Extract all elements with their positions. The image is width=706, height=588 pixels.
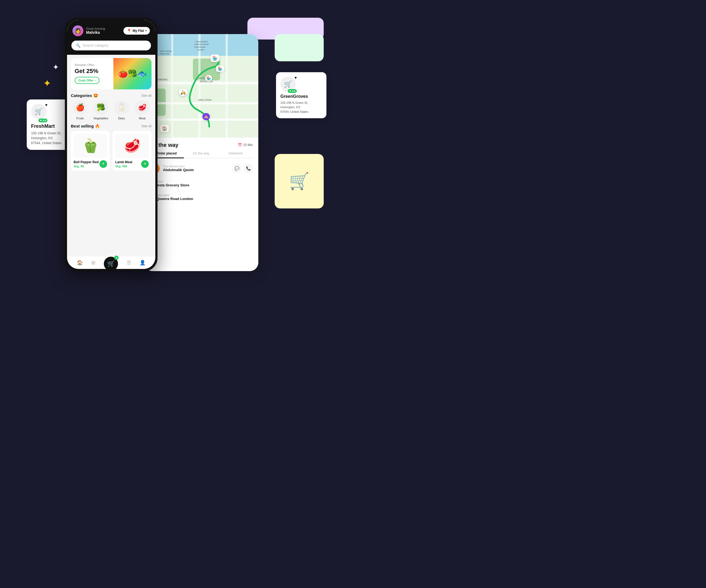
destination-name: Queens Road London [156,197,253,201]
yellow-basket-icon: 🛒 [289,171,310,191]
nav-grid[interactable]: ⊞ [91,260,95,266]
star-decoration-white: ✦ [52,63,59,72]
vegetables-icon: 🥦 [93,100,108,115]
diary-label: Diary [118,117,125,120]
user-avatar: 👩 [73,25,83,36]
fruits-icon: 🍎 [73,100,87,115]
call-button[interactable]: 📞 [244,164,253,173]
freshmart-heart-icon: ♥ [45,103,47,107]
progress-steps: Order placed On the way Delivered [149,152,253,158]
fruits-label: Fruits [76,117,84,120]
phone-content: Ramadan Offers Get 25% Grab Offer › 🍅🥦🐟 [67,55,155,257]
bell-pepper-image: 🫑 [74,133,107,158]
store-name: Insta Grocery Store [156,183,253,187]
delivery-hero-label: Your delivery hero [163,165,229,168]
search-container: 🔍 Search category [67,41,155,55]
grab-offer-button[interactable]: Grab Offer › [75,77,100,84]
greeting-text: Good morning [86,27,105,30]
nav-profile[interactable]: 👤 [140,260,146,266]
vegetables-label: Vegetables [93,117,108,120]
lamb-meat-add-button[interactable]: + [141,160,149,168]
cart-badge: 4 [114,256,119,260]
map-svg: PORT RICHMOND WEST NEW BRIGHTON WES HTON… [144,34,258,138]
nav-cart-button[interactable]: 🛒 4 [104,257,118,269]
tracking-bottom: On the way ⏰ 10 Min Order placed On the … [144,138,258,271]
location-pill[interactable]: 📍 My Flat ▾ [123,27,150,35]
best-selling-title: Best selling 🔥 [71,124,100,129]
greengroves-name: GreenGroves [280,94,322,99]
store-label: Store [156,180,253,183]
map-marker-store2: 🏪 [216,66,224,72]
location-chevron-icon: ▾ [145,29,147,32]
svg-text:Cultural Center: Cultural Center [194,43,209,45]
step-delivered[interactable]: Delivered [218,152,253,158]
promo-banner: Ramadan Offers Get 25% Grab Offer › 🍅🥦🐟 [71,58,152,89]
categories-title: Categories 🤩 [71,93,99,98]
step-on-the-way[interactable]: On the way [184,152,219,158]
green-panel [275,34,324,61]
greengroves-heart-icon: ♥ [295,76,297,80]
store-info: Store Insta Grocery Store [156,180,253,187]
svg-text:& Botanical: & Botanical [194,46,205,48]
categories-see-all[interactable]: See all [142,94,152,97]
location-label: My Flat [133,29,144,33]
svg-rect-6 [144,119,258,121]
best-selling-section: Best selling 🔥 See all 🫑 Bell Pepper Red… [71,124,152,170]
delivery-actions: 💬 📞 [232,164,253,173]
category-fruits[interactable]: 🍎 Fruits [71,100,89,120]
scene: ✦ ✦ 🛒 ♥ ★ 4.8 FreshMart 100-198 N Green … [27,18,326,277]
chat-button[interactable]: 💬 [232,164,241,173]
delivery-hero-row: 👨 Your delivery hero Abdulmalik Qasim 💬 … [149,162,253,175]
delivery-hero-info: Your delivery hero Abdulmalik Qasim [163,165,229,172]
nav-home[interactable]: 🏠 [77,260,83,266]
destination-info: Your place Queens Road London [156,194,253,201]
map-area: PORT RICHMOND WEST NEW BRIGHTON WES HTON… [144,34,258,138]
delivery-hero-name: Abdulmalik Qasim [163,168,229,172]
product-lamb-meat: 🥩 Lamb Meat 1kg, 45$ + [113,131,152,170]
yellow-panel: 🛒 [275,154,324,208]
tracking-panel: PORT RICHMOND WEST NEW BRIGHTON WES HTON… [144,34,258,271]
destination-label: Your place [156,194,253,197]
freshmart-rating: ★ 4.8 [38,119,47,122]
bottom-nav: 🏠 ⊞ 🛒 4 ☰ 👤 [67,257,155,269]
map-destination-marker: 🏘️ [202,113,210,120]
map-marker-store1: 🏪 [211,54,219,62]
search-bar[interactable]: 🔍 Search category [71,41,151,50]
clock-icon: ⏰ [238,143,242,147]
svg-rect-7 [171,34,173,138]
search-input[interactable]: Search category [83,43,109,47]
svg-text:Garden: Garden [197,48,204,51]
time-label: 10 Min [243,143,253,147]
star-decoration-gold: ✦ [43,78,51,89]
categories-section: Categories 🤩 See all 🍎 Fruits 🥦 Vegetabl… [71,93,152,120]
search-icon: 🔍 [76,43,80,48]
product-bell-pepper: 🫑 Bell Pepper Red 1kg, 4$ + [71,131,110,170]
category-meat[interactable]: 🥩 Meat [133,100,152,120]
svg-text:New York: New York [160,52,170,55]
nav-menu[interactable]: ☰ [127,260,131,266]
greengroves-address: 100-198 N Green St,Hoisington, KS67544, … [280,101,322,114]
destination-row: Your place Queens Road London [149,192,253,202]
diary-icon: 🥛 [114,100,129,115]
meat-label: Meat [139,117,146,120]
store-card-greengroves: 🛒 ♥ ★ 4.8 GreenGroves 100-198 N Green St… [276,72,326,119]
map-marker-store3: 🏪 [205,75,212,81]
tracking-header: On the way ⏰ 10 Min [149,142,253,148]
time-badge: ⏰ 10 Min [238,143,253,147]
map-house-marker: 🏠 [160,125,169,132]
svg-rect-5 [144,102,258,104]
store-row: Store Insta Grocery Store [149,179,253,189]
svg-rect-9 [226,34,228,138]
category-vegetables[interactable]: 🥦 Vegetables [91,100,110,120]
category-diary[interactable]: 🥛 Diary [112,100,131,120]
user-info: 👩 Good morning Malvika [73,25,105,36]
freshmart-basket-icon: 🛒 [31,104,46,119]
svg-text:WES HTON: WES HTON [198,99,211,101]
username: Malvika [86,30,105,35]
phone-main: 👩 Good morning Malvika 📍 My Flat ▾ 🔍 Sea… [65,18,157,271]
meat-icon: 🥩 [135,100,150,115]
greengroves-rating: ★ 4.8 [288,89,297,93]
categories-grid: 🍎 Fruits 🥦 Vegetables 🥛 Diary 🥩 [71,100,152,120]
best-selling-see-all[interactable]: See all [142,124,152,128]
bell-pepper-add-button[interactable]: + [100,160,107,168]
